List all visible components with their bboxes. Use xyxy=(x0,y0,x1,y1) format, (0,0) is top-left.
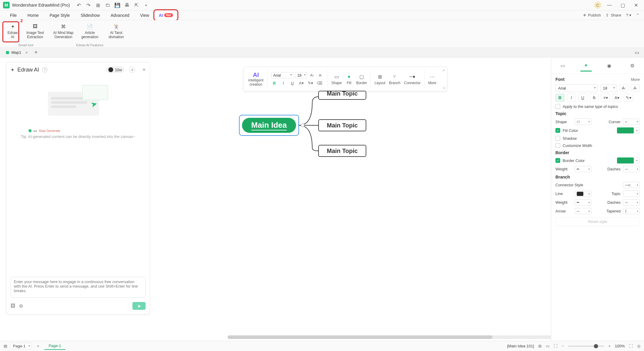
node-topic-2[interactable]: Main Topic xyxy=(318,119,366,131)
italic-button[interactable]: I xyxy=(280,80,287,86)
settings-icon[interactable]: ⚙ xyxy=(19,303,23,309)
font-color-button[interactable]: A▾ xyxy=(612,94,621,102)
menu-view[interactable]: View xyxy=(135,11,155,20)
rp-tab-settings[interactable]: ⚙ xyxy=(627,60,638,72)
branch-dashes-select[interactable]: ─ xyxy=(623,199,640,206)
strike-button[interactable]: S xyxy=(590,94,599,102)
border-color-checkbox[interactable]: ✓ xyxy=(555,158,560,163)
node-topic-3[interactable]: Main Topic xyxy=(318,145,366,157)
focus-icon[interactable]: ◎ xyxy=(637,344,640,348)
ribbon-article-gen[interactable]: 📄 Article generation xyxy=(77,21,102,41)
rp-tab-style[interactable]: ✦ xyxy=(580,60,592,72)
underline-button[interactable]: U xyxy=(289,80,296,86)
zoom-slider[interactable] xyxy=(568,346,604,347)
connector-button[interactable]: ─●Connector xyxy=(402,73,422,85)
branch-topic-select[interactable] xyxy=(623,191,640,197)
font-shrink-button[interactable]: A- xyxy=(317,72,324,78)
ribbon-edraw-ai[interactable]: ✦ Edraw AI xyxy=(4,21,21,41)
ribbon-mindmap-gen[interactable]: ⌘ AI Mind Map Generation xyxy=(51,21,76,41)
share-button[interactable]: ⇪Share xyxy=(606,13,621,17)
token-counter[interactable]: 10w xyxy=(106,66,125,73)
font-grow-button[interactable]: A+ xyxy=(619,84,628,92)
fit-icon[interactable]: ⛶ xyxy=(554,344,558,348)
open-icon[interactable]: 🗀 xyxy=(105,2,111,8)
ribbon-image-text[interactable]: 🖼 Image Text Extraction xyxy=(23,21,47,41)
menu-home[interactable]: Home xyxy=(22,11,44,20)
node-main-idea[interactable]: Main Idea xyxy=(239,115,299,136)
menu-slideshow[interactable]: Slideshow xyxy=(75,11,105,20)
fill-color-dropdown[interactable]: ▾ xyxy=(634,127,640,133)
ai-icon[interactable]: AI xyxy=(253,72,259,78)
tapered-select[interactable]: ⟨ xyxy=(623,208,640,214)
underline-button[interactable]: U xyxy=(578,94,587,102)
node-topic-1[interactable]: Main Topic xyxy=(318,91,366,100)
collapse-ribbon-button[interactable]: ⌃ xyxy=(636,13,639,17)
toolbar-pin-icon[interactable]: ⇗ xyxy=(442,68,445,72)
toolbar-resize-icon[interactable]: ⇲ xyxy=(443,86,445,90)
send-button[interactable]: ➤ xyxy=(132,302,146,310)
grid-icon[interactable]: ⊞ xyxy=(538,344,542,348)
branch-weight-select[interactable]: ━ xyxy=(575,199,591,206)
help-icon[interactable]: ? xyxy=(42,67,47,72)
highlight-button[interactable]: ✎▾ xyxy=(624,94,633,102)
menu-ai[interactable]: AI Hot xyxy=(155,11,177,20)
add-tokens-button[interactable]: + xyxy=(129,67,135,73)
font-family-select[interactable]: Arial xyxy=(555,84,598,92)
corner-select[interactable]: ⌐ xyxy=(623,119,640,125)
minimize-button[interactable]: — xyxy=(604,2,615,8)
export-icon[interactable]: ⇱ xyxy=(134,2,140,8)
shadow-checkbox[interactable] xyxy=(555,136,560,141)
layout-button[interactable]: ⊞Layout xyxy=(373,73,387,85)
image-attach-icon[interactable]: 🖼 xyxy=(11,303,15,309)
save-icon[interactable]: 💾 xyxy=(114,2,120,8)
zoom-out-button[interactable]: − xyxy=(562,344,564,348)
border-dashes-select[interactable]: ─ xyxy=(623,166,640,172)
apply-same-checkbox[interactable] xyxy=(555,104,560,109)
panels-icon[interactable]: ▭ xyxy=(634,50,640,56)
tab-add-button[interactable]: + xyxy=(35,49,38,56)
arrow-select[interactable]: ─ xyxy=(575,208,591,214)
ribbon-tarot[interactable]: 🃏 AI Tarot divination xyxy=(104,21,128,41)
fill-color-checkbox[interactable]: ✓ xyxy=(555,128,560,133)
bold-button[interactable]: B xyxy=(555,94,564,102)
zoom-value[interactable]: 100% xyxy=(615,344,625,348)
avatar[interactable]: C xyxy=(594,2,601,9)
present-icon[interactable]: ▭ xyxy=(546,344,549,348)
font-more-button[interactable]: More xyxy=(631,77,640,82)
border-color-swatch[interactable] xyxy=(617,157,634,163)
ai-input[interactable] xyxy=(11,277,146,298)
clear-format-button[interactable]: ⌫ xyxy=(316,80,323,86)
italic-button[interactable]: I xyxy=(567,94,576,102)
border-weight-select[interactable]: ━ xyxy=(575,166,591,172)
shape-select[interactable]: ⬭ xyxy=(575,118,591,125)
add-page-button[interactable]: + xyxy=(35,343,41,349)
page-tab-1[interactable]: Page-1 xyxy=(44,342,65,350)
reset-style-button[interactable]: Reset style xyxy=(555,217,640,226)
tab-close-button[interactable]: × xyxy=(26,50,28,55)
fullscreen-icon[interactable]: ⛶ xyxy=(629,344,633,348)
close-button[interactable]: ✕ xyxy=(631,2,641,8)
canvas[interactable]: ⇗ ⇲ AI intelligent creation Arial 18 A+ … xyxy=(150,58,551,341)
more-button[interactable]: ⋯More xyxy=(426,73,438,85)
horizontal-scrollbar[interactable] xyxy=(228,335,551,339)
maximize-button[interactable]: ▢ xyxy=(618,2,628,8)
menu-advanced[interactable]: Advanced xyxy=(105,11,135,20)
outline-icon[interactable]: ▤ xyxy=(4,344,7,348)
tab-map1[interactable]: Map1 × xyxy=(3,49,31,56)
publish-button[interactable]: ✈Publish xyxy=(583,13,601,17)
page-select[interactable]: Page-1 xyxy=(10,343,32,349)
font-grow-button[interactable]: A+ xyxy=(309,72,316,78)
border-button[interactable]: ▢Border xyxy=(354,73,369,85)
help-button[interactable]: ? ▾ xyxy=(626,13,631,17)
align-button[interactable]: ≡▾ xyxy=(601,94,610,102)
branch-button[interactable]: ⑂Branch xyxy=(387,73,402,85)
font-size-select[interactable]: 18 xyxy=(600,84,617,92)
close-panel-button[interactable]: × xyxy=(142,67,146,73)
menu-file[interactable]: File xyxy=(5,11,22,20)
print-icon[interactable]: 🖶 xyxy=(124,2,130,8)
redo-icon[interactable]: ↷ xyxy=(86,2,92,8)
undo-icon[interactable]: ↶ xyxy=(76,2,82,8)
custom-width-checkbox[interactable] xyxy=(555,143,560,148)
more-qat-icon[interactable]: ▾ xyxy=(143,2,149,8)
rp-tab-page[interactable]: ▭ xyxy=(557,60,569,72)
